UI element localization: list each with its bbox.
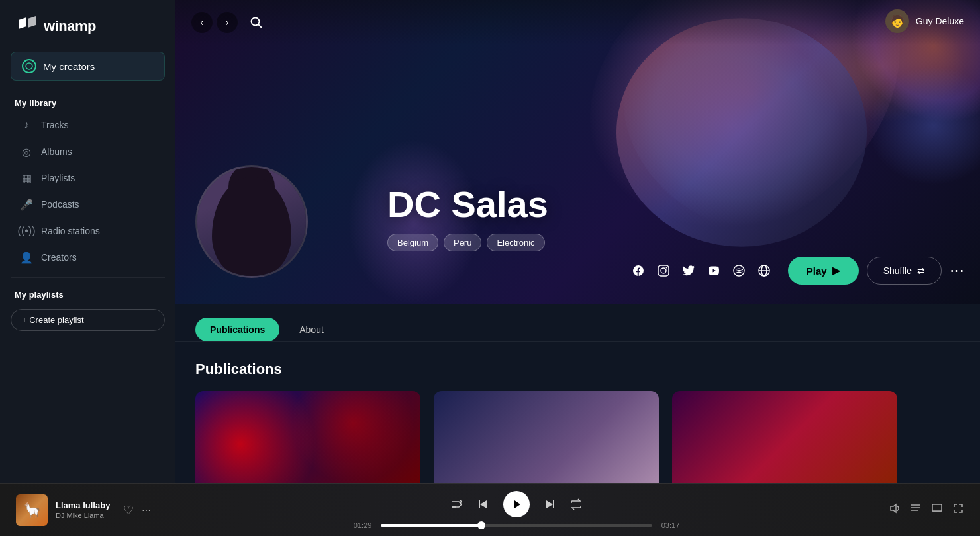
- play-pause-button[interactable]: [503, 491, 530, 517]
- sidebar-item-radio[interactable]: ((•)) Radio stations: [5, 218, 170, 244]
- player-track-name: Llama lullaby: [56, 500, 110, 510]
- creators-icon: 👤: [20, 251, 33, 264]
- play-icon: ▶: [832, 265, 840, 277]
- instagram-icon[interactable]: [656, 263, 671, 279]
- svg-marker-13: [514, 500, 520, 508]
- player-controls: 01:29 03:17: [201, 491, 832, 529]
- avatar: 🧑: [885, 9, 909, 33]
- player-more-button[interactable]: ⋯: [142, 505, 151, 515]
- my-creators-button[interactable]: My creators: [11, 52, 165, 81]
- svg-rect-15: [553, 500, 554, 508]
- website-icon[interactable]: [756, 263, 772, 279]
- tag-belgium: Belgium: [387, 234, 438, 251]
- progress-fill: [381, 524, 481, 527]
- tab-about-label: About: [299, 324, 324, 335]
- create-playlist-button[interactable]: + Create playlist: [11, 309, 165, 331]
- podcasts-icon: 🎤: [20, 198, 33, 211]
- player-thumbnail: 🦙: [16, 494, 48, 526]
- youtube-icon[interactable]: [706, 263, 722, 279]
- person-silhouette: [212, 177, 291, 276]
- artist-avatar-inner: [197, 167, 306, 276]
- player-buttons: [450, 491, 583, 517]
- sidebar-item-creators-label: Creators: [41, 252, 77, 263]
- artist-avatar: [195, 165, 308, 278]
- svg-point-6: [665, 267, 667, 269]
- player-text: Llama lullaby DJ Mike Llama: [56, 500, 110, 519]
- artist-name: DC Salas: [387, 186, 548, 223]
- total-time: 03:17: [659, 521, 682, 529]
- twitter-icon[interactable]: [681, 263, 697, 279]
- play-label: Play: [807, 265, 827, 277]
- search-button[interactable]: [246, 12, 267, 33]
- artist-tags: Belgium Peru Electronic: [387, 234, 548, 251]
- shuffle-button[interactable]: Shuffle ⇄: [867, 257, 942, 285]
- tab-publications[interactable]: Publications: [195, 318, 279, 341]
- progress-bar[interactable]: [381, 524, 652, 527]
- shuffle-label: Shuffle: [883, 265, 912, 276]
- current-time: 01:29: [351, 521, 374, 529]
- queue-button[interactable]: [910, 502, 922, 517]
- playlists-icon: ▦: [20, 171, 33, 185]
- tag-peru: Peru: [444, 234, 481, 251]
- tab-about[interactable]: About: [285, 318, 338, 341]
- nav-forward-button[interactable]: ›: [217, 12, 238, 33]
- play-button[interactable]: Play ▶: [788, 257, 859, 285]
- hero-section: DC Salas Belgium Peru Electronic: [175, 0, 980, 304]
- my-playlists-label: My playlists: [0, 285, 175, 305]
- tracks-icon: ♪: [20, 118, 33, 132]
- top-bar: ‹ ›: [175, 0, 980, 45]
- sidebar-item-playlists-label: Playlists: [41, 173, 75, 183]
- publication-card-2[interactable]: [434, 391, 659, 483]
- shuffle-icon: ⇄: [917, 265, 925, 276]
- sidebar-item-playlists[interactable]: ▦ Playlists: [5, 165, 170, 191]
- like-button[interactable]: ♡: [123, 503, 134, 517]
- sidebar-item-albums[interactable]: ◎ Albums: [5, 139, 170, 164]
- playback-row: Play ▶ Shuffle ⇄ ⋯: [630, 257, 964, 285]
- pub-card-inner-2: [434, 391, 659, 483]
- svg-marker-11: [480, 500, 487, 508]
- volume-button[interactable]: [889, 502, 901, 517]
- radio-icon: ((•)): [20, 224, 33, 238]
- facebook-icon[interactable]: [630, 263, 646, 279]
- publications-grid: [195, 391, 960, 483]
- nav-back-button[interactable]: ‹: [191, 12, 213, 33]
- sidebar-divider: [11, 277, 165, 278]
- sidebar-item-creators[interactable]: 👤 Creators: [5, 245, 170, 270]
- publication-card-3[interactable]: [672, 391, 897, 483]
- sidebar-item-tracks-label: Tracks: [41, 120, 68, 130]
- svg-line-3: [258, 24, 262, 28]
- svg-point-5: [661, 268, 666, 273]
- sidebar-item-podcasts[interactable]: 🎤 Podcasts: [5, 192, 170, 217]
- next-button[interactable]: [543, 498, 556, 511]
- sidebar-item-tracks[interactable]: ♪ Tracks: [5, 112, 170, 138]
- pub-card-inner-1: [195, 391, 420, 483]
- repeat-button[interactable]: [569, 498, 583, 511]
- artist-info: DC Salas Belgium Peru Electronic: [387, 186, 548, 251]
- search-icon: [250, 17, 262, 28]
- my-creators-label: My creators: [43, 61, 95, 72]
- hero-background: DC Salas Belgium Peru Electronic: [175, 0, 980, 304]
- publication-card-1[interactable]: [195, 391, 420, 483]
- tabs-section: Publications About: [175, 304, 980, 342]
- albums-icon: ◎: [20, 145, 33, 158]
- sidebar-item-podcasts-label: Podcasts: [41, 199, 79, 210]
- sidebar: winamp My creators My library ♪ Tracks ◎…: [0, 0, 175, 483]
- right-blob-2: [867, 66, 980, 185]
- prev-button[interactable]: [477, 498, 490, 511]
- publications-title: Publications: [195, 361, 960, 378]
- sidebar-item-albums-label: Albums: [41, 146, 72, 157]
- fullscreen-button[interactable]: [952, 502, 964, 517]
- spotify-icon[interactable]: [731, 263, 747, 279]
- user-name: Guy Deluxe: [916, 16, 964, 26]
- cast-button[interactable]: [931, 502, 943, 517]
- sidebar-item-radio-label: Radio stations: [41, 226, 100, 236]
- shuffle-ctrl-button[interactable]: [450, 498, 464, 511]
- player-bar: 🦙 Llama lullaby DJ Mike Llama ♡ ⋯: [0, 483, 980, 536]
- svg-marker-14: [546, 500, 553, 508]
- nav-arrows: ‹ ›: [191, 12, 238, 33]
- my-creators-icon: [22, 59, 36, 73]
- more-options-button[interactable]: ⋯: [950, 262, 964, 279]
- player-right: [832, 502, 964, 517]
- main-content: ‹ › 🧑 Guy Deluxe: [175, 0, 980, 483]
- svg-rect-12: [479, 500, 480, 508]
